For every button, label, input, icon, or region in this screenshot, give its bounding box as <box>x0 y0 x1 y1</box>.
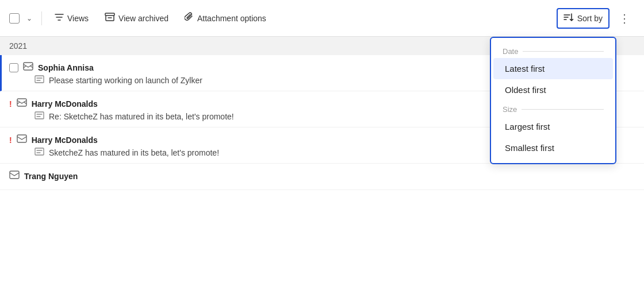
select-all-checkbox[interactable] <box>9 13 20 24</box>
attachment-options-button[interactable]: Attachment options <box>179 9 272 28</box>
year-label: 2021 <box>9 41 27 51</box>
views-button[interactable]: Views <box>49 9 94 28</box>
sort-section-size-label: Size <box>503 105 517 114</box>
urgent-icon-1: ! <box>9 99 12 109</box>
svg-rect-0 <box>105 13 114 16</box>
subject-icon-0 <box>34 75 44 85</box>
svg-rect-6 <box>35 148 44 155</box>
view-archived-button[interactable]: View archived <box>99 9 174 28</box>
sort-oldest-first[interactable]: Oldest first <box>493 79 613 100</box>
subject-icon-2 <box>34 148 44 157</box>
toolbar: ⌄ Views View archived Attachment options <box>0 0 644 37</box>
sort-largest-first[interactable]: Largest first <box>493 116 613 137</box>
svg-rect-4 <box>35 112 44 119</box>
sort-by-label: Sort by <box>577 14 603 23</box>
email-envelope-icon-0 <box>23 62 33 73</box>
sender-name-3: Trang Nguyen <box>24 172 78 181</box>
email-envelope-icon-1 <box>17 98 27 109</box>
select-chevron-icon[interactable]: ⌄ <box>24 13 34 24</box>
urgent-icon-2: ! <box>9 135 12 145</box>
attachment-options-label: Attachment options <box>197 14 266 23</box>
subject-text-1: Re: SketcheZ has matured in its beta, le… <box>49 112 234 121</box>
sort-latest-first[interactable]: Latest first <box>493 58 613 79</box>
sort-latest-first-label: Latest first <box>505 64 545 73</box>
divider-1 <box>41 11 42 25</box>
sort-smallest-first[interactable]: Smallest first <box>493 137 613 158</box>
email-envelope-icon-3 <box>9 171 20 181</box>
subject-text-0: Please starting working on launch of Zyl… <box>49 76 202 85</box>
sender-row-3: Trang Nguyen <box>9 171 635 181</box>
view-archived-label: View archived <box>118 14 168 23</box>
filter-icon <box>55 13 64 24</box>
more-options-button[interactable]: ⋮ <box>614 8 635 29</box>
sort-largest-first-label: Largest first <box>505 122 550 131</box>
sort-oldest-first-label: Oldest first <box>505 85 546 95</box>
sort-by-button[interactable]: Sort by <box>557 8 610 29</box>
sender-name-1: Harry McDonalds <box>32 99 98 109</box>
sort-section-date: Date <box>491 42 615 58</box>
svg-rect-7 <box>10 171 19 179</box>
sort-smallest-first-label: Smallest first <box>505 143 554 153</box>
sender-name-0: Sophia Annisa <box>38 63 94 72</box>
views-label: Views <box>67 14 89 23</box>
paperclip-icon <box>185 12 194 25</box>
email-checkbox-0[interactable] <box>9 63 18 72</box>
subject-icon-1 <box>34 111 44 121</box>
svg-rect-2 <box>35 76 44 83</box>
sort-section-size: Size <box>491 100 615 116</box>
email-item-3[interactable]: Trang Nguyen <box>0 164 644 190</box>
subject-text-2: SketcheZ has matured in its beta, let's … <box>49 148 219 157</box>
archive-icon <box>105 13 115 24</box>
sort-section-date-label: Date <box>503 47 518 56</box>
sort-dropdown: Date Latest first Oldest first Size Larg… <box>490 37 616 164</box>
email-envelope-icon-2 <box>17 134 27 145</box>
sort-icon <box>564 13 574 24</box>
more-dots-icon: ⋮ <box>619 12 630 25</box>
sender-name-2: Harry McDonalds <box>32 135 98 145</box>
svg-rect-5 <box>17 135 26 142</box>
